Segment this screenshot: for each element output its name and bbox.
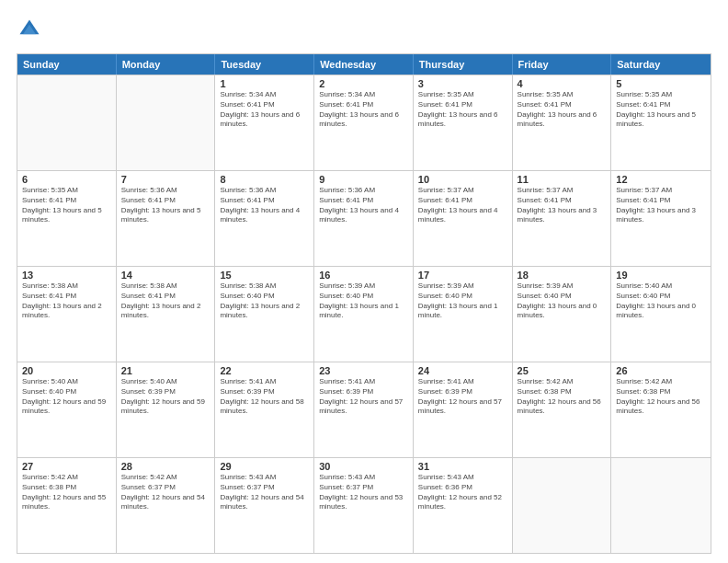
day-cell-22: 22Sunrise: 5:41 AM Sunset: 6:39 PM Dayli…: [215, 362, 314, 457]
day-info: Sunrise: 5:42 AM Sunset: 6:38 PM Dayligh…: [616, 377, 706, 417]
day-cell-16: 16Sunrise: 5:39 AM Sunset: 6:40 PM Dayli…: [314, 267, 414, 362]
calendar: SundayMondayTuesdayWednesdayThursdayFrid…: [17, 53, 711, 554]
day-info: Sunrise: 5:37 AM Sunset: 6:41 PM Dayligh…: [418, 186, 507, 225]
day-header-thursday: Thursday: [414, 54, 513, 75]
day-info: Sunrise: 5:34 AM Sunset: 6:41 PM Dayligh…: [319, 90, 408, 130]
day-info: Sunrise: 5:38 AM Sunset: 6:41 PM Dayligh…: [22, 282, 111, 321]
day-number: 26: [616, 365, 706, 376]
empty-cell: [17, 75, 117, 170]
calendar-week-5: 27Sunrise: 5:42 AM Sunset: 6:38 PM Dayli…: [17, 457, 711, 553]
day-info: Sunrise: 5:35 AM Sunset: 6:41 PM Dayligh…: [616, 90, 706, 130]
day-info: Sunrise: 5:36 AM Sunset: 6:41 PM Dayligh…: [121, 186, 210, 225]
calendar-week-3: 13Sunrise: 5:38 AM Sunset: 6:41 PM Dayli…: [17, 266, 711, 362]
day-cell-21: 21Sunrise: 5:40 AM Sunset: 6:39 PM Dayli…: [117, 362, 216, 457]
day-header-tuesday: Tuesday: [215, 54, 314, 75]
day-number: 14: [121, 270, 210, 281]
day-number: 31: [418, 461, 507, 472]
empty-cell: [611, 458, 711, 553]
day-number: 24: [418, 365, 507, 376]
day-number: 5: [616, 78, 706, 89]
day-cell-12: 12Sunrise: 5:37 AM Sunset: 6:41 PM Dayli…: [611, 171, 711, 266]
day-number: 9: [319, 174, 408, 185]
day-cell-2: 2Sunrise: 5:34 AM Sunset: 6:41 PM Daylig…: [314, 75, 414, 170]
day-number: 3: [418, 78, 507, 89]
calendar-week-1: 1Sunrise: 5:34 AM Sunset: 6:41 PM Daylig…: [17, 75, 711, 170]
day-info: Sunrise: 5:38 AM Sunset: 6:41 PM Dayligh…: [121, 282, 210, 321]
day-number: 15: [220, 270, 309, 281]
logo: [17, 17, 46, 42]
calendar-week-2: 6Sunrise: 5:35 AM Sunset: 6:41 PM Daylig…: [17, 170, 711, 266]
day-number: 10: [418, 174, 507, 185]
empty-cell: [513, 458, 612, 553]
day-cell-31: 31Sunrise: 5:43 AM Sunset: 6:36 PM Dayli…: [414, 458, 513, 553]
day-number: 13: [22, 270, 111, 281]
day-number: 4: [518, 78, 607, 89]
day-cell-17: 17Sunrise: 5:39 AM Sunset: 6:40 PM Dayli…: [414, 267, 513, 362]
day-number: 19: [616, 270, 706, 281]
day-info: Sunrise: 5:40 AM Sunset: 6:40 PM Dayligh…: [616, 282, 706, 321]
day-cell-3: 3Sunrise: 5:35 AM Sunset: 6:41 PM Daylig…: [414, 75, 513, 170]
day-header-saturday: Saturday: [611, 54, 711, 75]
day-info: Sunrise: 5:35 AM Sunset: 6:41 PM Dayligh…: [22, 186, 111, 225]
day-number: 25: [518, 365, 607, 376]
day-info: Sunrise: 5:39 AM Sunset: 6:40 PM Dayligh…: [319, 282, 408, 321]
day-info: Sunrise: 5:36 AM Sunset: 6:41 PM Dayligh…: [220, 186, 309, 225]
day-header-friday: Friday: [513, 54, 612, 75]
day-cell-24: 24Sunrise: 5:41 AM Sunset: 6:39 PM Dayli…: [414, 362, 513, 457]
day-number: 20: [22, 365, 111, 376]
day-number: 12: [616, 174, 706, 185]
day-number: 30: [319, 461, 408, 472]
day-cell-28: 28Sunrise: 5:42 AM Sunset: 6:37 PM Dayli…: [117, 458, 216, 553]
empty-cell: [117, 75, 216, 170]
day-info: Sunrise: 5:34 AM Sunset: 6:41 PM Dayligh…: [220, 90, 309, 130]
day-number: 11: [518, 174, 607, 185]
day-info: Sunrise: 5:35 AM Sunset: 6:41 PM Dayligh…: [418, 90, 507, 130]
logo-icon: [17, 17, 42, 42]
day-cell-7: 7Sunrise: 5:36 AM Sunset: 6:41 PM Daylig…: [117, 171, 216, 266]
day-info: Sunrise: 5:39 AM Sunset: 6:40 PM Dayligh…: [518, 282, 607, 321]
day-info: Sunrise: 5:40 AM Sunset: 6:39 PM Dayligh…: [121, 377, 210, 417]
day-cell-9: 9Sunrise: 5:36 AM Sunset: 6:41 PM Daylig…: [314, 171, 414, 266]
page: SundayMondayTuesdayWednesdayThursdayFrid…: [0, 0, 728, 563]
day-info: Sunrise: 5:36 AM Sunset: 6:41 PM Dayligh…: [319, 186, 408, 225]
day-info: Sunrise: 5:40 AM Sunset: 6:40 PM Dayligh…: [22, 377, 111, 417]
day-info: Sunrise: 5:43 AM Sunset: 6:37 PM Dayligh…: [220, 473, 309, 512]
day-info: Sunrise: 5:42 AM Sunset: 6:37 PM Dayligh…: [121, 473, 210, 512]
day-info: Sunrise: 5:37 AM Sunset: 6:41 PM Dayligh…: [518, 186, 607, 225]
day-number: 27: [22, 461, 111, 472]
day-number: 29: [220, 461, 309, 472]
calendar-week-4: 20Sunrise: 5:40 AM Sunset: 6:40 PM Dayli…: [17, 362, 711, 457]
day-cell-23: 23Sunrise: 5:41 AM Sunset: 6:39 PM Dayli…: [314, 362, 414, 457]
day-cell-20: 20Sunrise: 5:40 AM Sunset: 6:40 PM Dayli…: [17, 362, 117, 457]
day-cell-26: 26Sunrise: 5:42 AM Sunset: 6:38 PM Dayli…: [611, 362, 711, 457]
day-cell-27: 27Sunrise: 5:42 AM Sunset: 6:38 PM Dayli…: [17, 458, 117, 553]
day-cell-15: 15Sunrise: 5:38 AM Sunset: 6:40 PM Dayli…: [215, 267, 314, 362]
day-number: 1: [220, 78, 309, 89]
day-cell-30: 30Sunrise: 5:43 AM Sunset: 6:37 PM Dayli…: [314, 458, 414, 553]
day-cell-14: 14Sunrise: 5:38 AM Sunset: 6:41 PM Dayli…: [117, 267, 216, 362]
day-info: Sunrise: 5:42 AM Sunset: 6:38 PM Dayligh…: [518, 377, 607, 417]
day-cell-11: 11Sunrise: 5:37 AM Sunset: 6:41 PM Dayli…: [513, 171, 612, 266]
day-number: 17: [418, 270, 507, 281]
day-cell-8: 8Sunrise: 5:36 AM Sunset: 6:41 PM Daylig…: [215, 171, 314, 266]
day-number: 21: [121, 365, 210, 376]
day-header-wednesday: Wednesday: [314, 54, 414, 75]
day-info: Sunrise: 5:43 AM Sunset: 6:36 PM Dayligh…: [418, 473, 507, 512]
calendar-body: 1Sunrise: 5:34 AM Sunset: 6:41 PM Daylig…: [17, 75, 711, 553]
day-number: 23: [319, 365, 408, 376]
day-number: 22: [220, 365, 309, 376]
day-header-monday: Monday: [117, 54, 216, 75]
day-number: 7: [121, 174, 210, 185]
day-number: 2: [319, 78, 408, 89]
day-info: Sunrise: 5:35 AM Sunset: 6:41 PM Dayligh…: [518, 90, 607, 130]
day-number: 18: [518, 270, 607, 281]
day-cell-5: 5Sunrise: 5:35 AM Sunset: 6:41 PM Daylig…: [611, 75, 711, 170]
day-info: Sunrise: 5:43 AM Sunset: 6:37 PM Dayligh…: [319, 473, 408, 512]
day-cell-19: 19Sunrise: 5:40 AM Sunset: 6:40 PM Dayli…: [611, 267, 711, 362]
day-info: Sunrise: 5:42 AM Sunset: 6:38 PM Dayligh…: [22, 473, 111, 512]
day-info: Sunrise: 5:38 AM Sunset: 6:40 PM Dayligh…: [220, 282, 309, 321]
day-cell-1: 1Sunrise: 5:34 AM Sunset: 6:41 PM Daylig…: [215, 75, 314, 170]
day-cell-29: 29Sunrise: 5:43 AM Sunset: 6:37 PM Dayli…: [215, 458, 314, 553]
day-cell-13: 13Sunrise: 5:38 AM Sunset: 6:41 PM Dayli…: [17, 267, 117, 362]
day-cell-10: 10Sunrise: 5:37 AM Sunset: 6:41 PM Dayli…: [414, 171, 513, 266]
